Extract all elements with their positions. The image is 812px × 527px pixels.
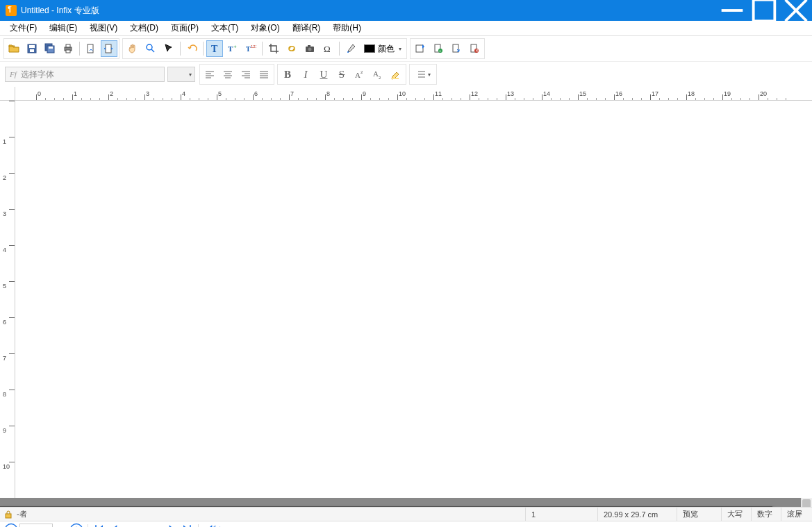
subscript-button[interactable]: A2 (370, 66, 386, 83)
svg-rect-11 (66, 44, 70, 47)
svg-text:✕: ✕ (475, 49, 479, 53)
color-button[interactable]: 颜色 (361, 40, 405, 57)
svg-text:+: + (439, 49, 442, 53)
ruler-horizontal[interactable]: 01234567891011121314151617181920 (15, 87, 812, 101)
svg-rect-13 (88, 44, 93, 53)
add-page-button[interactable]: + (430, 40, 447, 57)
line-spacing-button[interactable] (411, 66, 435, 83)
svg-text:123: 123 (251, 44, 256, 49)
navbar: 137% (0, 521, 812, 527)
svg-text:T: T (211, 44, 218, 54)
menu-text[interactable]: 文本(T) (206, 21, 244, 35)
ruler-vertical[interactable]: 12345678910 (0, 101, 15, 498)
menu-edit[interactable]: 编辑(E) (44, 21, 83, 35)
svg-rect-1 (754, 0, 775, 21)
svg-rect-55 (392, 78, 399, 79)
svg-rect-12 (66, 50, 70, 53)
font-family-picker[interactable]: Ff 选择字体 (5, 67, 165, 82)
strike-button[interactable]: S (333, 66, 350, 83)
align-left-button[interactable] (201, 66, 218, 83)
svg-point-23 (308, 48, 312, 51)
nav-back-button[interactable] (203, 523, 217, 528)
canvas-area[interactable] (0, 498, 812, 507)
bold-button[interactable]: B (279, 66, 296, 83)
font-size-picker[interactable] (167, 67, 195, 82)
status-scroll: 滚屏 (781, 508, 808, 521)
underline-button[interactable]: U (315, 66, 332, 83)
save-all-button[interactable] (42, 40, 58, 57)
print-button[interactable] (60, 40, 76, 57)
maximize-button[interactable] (748, 0, 780, 21)
superscript-button[interactable]: A2 (351, 66, 368, 83)
toolbar-row-1: T T+ T123 Ω 颜色 + ✕ (0, 36, 812, 61)
menu-view[interactable]: 视图(V) (84, 21, 123, 35)
omega-tool-button[interactable]: Ω (320, 40, 336, 57)
zoom-out-button[interactable] (4, 523, 18, 528)
italic-button[interactable]: I (297, 66, 314, 83)
menu-page[interactable]: 页面(P) (165, 21, 204, 35)
undo-button[interactable] (183, 40, 200, 57)
svg-text:2: 2 (379, 76, 381, 80)
minimize-button[interactable] (716, 0, 748, 21)
status-caps: 大写 (721, 508, 748, 521)
close-button[interactable] (780, 0, 812, 21)
delete-page-button[interactable]: ✕ (466, 40, 483, 57)
review-button[interactable] (412, 40, 429, 57)
scrollbar-thumb[interactable] (802, 499, 811, 507)
link-tool-button[interactable] (283, 40, 300, 57)
toolbar-row-2: Ff 选择字体 B I U S A2 A2 (0, 61, 812, 87)
zoom-dropdown[interactable] (54, 523, 68, 528)
menu-document[interactable]: 文档(D) (124, 21, 164, 35)
zoom-field[interactable]: 137% (19, 524, 53, 528)
arrow-tool-button[interactable] (160, 40, 177, 57)
svg-point-26 (347, 51, 349, 53)
zoom-tool-button[interactable] (142, 40, 159, 57)
menu-file[interactable]: 文件(F) (4, 21, 42, 35)
menu-translate[interactable]: 翻译(R) (287, 21, 326, 35)
save-button[interactable] (24, 40, 40, 57)
first-page-button[interactable] (92, 523, 106, 528)
ruler-corner (0, 87, 15, 101)
statusbar: -者 1 20.99 x 29.7 cm 预览 大写 数字 滚屏 (0, 507, 812, 521)
menu-help[interactable]: 帮助(H) (327, 21, 367, 35)
font-icon: Ff (10, 70, 17, 78)
text-number-button[interactable]: T123 (242, 40, 259, 57)
hand-tool-button[interactable] (124, 40, 141, 57)
align-center-button[interactable] (219, 66, 236, 83)
align-justify-button[interactable] (256, 66, 272, 83)
svg-text:A: A (373, 69, 379, 78)
text-plus-button[interactable]: T+ (224, 40, 241, 57)
status-page-no: 1 (525, 508, 595, 521)
svg-rect-59 (6, 514, 11, 518)
color-label: 颜色 (378, 43, 395, 55)
prev-page-button[interactable] (108, 523, 122, 528)
camera-tool-button[interactable] (301, 40, 318, 57)
svg-line-16 (151, 49, 154, 52)
extract-page-button[interactable] (448, 40, 465, 57)
svg-text:T: T (246, 45, 251, 53)
open-button[interactable] (6, 40, 22, 57)
svg-text:+: + (233, 44, 237, 50)
app-icon (6, 5, 17, 16)
svg-rect-5 (29, 45, 35, 48)
svg-rect-14 (106, 44, 111, 53)
text-tool-button[interactable]: T (206, 40, 223, 57)
zoom-in-button[interactable] (69, 523, 83, 528)
next-page-button[interactable] (165, 523, 179, 528)
svg-text:Ω: Ω (324, 44, 331, 54)
menu-object[interactable]: 对象(O) (245, 21, 285, 35)
fit-page-button[interactable] (101, 40, 117, 57)
crop-tool-button[interactable] (265, 40, 282, 57)
align-right-button[interactable] (238, 66, 254, 83)
nav-forward-button[interactable] (218, 523, 232, 528)
highlight-button[interactable] (388, 66, 404, 83)
svg-rect-24 (308, 45, 310, 47)
vertical-scrollbar[interactable] (801, 498, 812, 507)
document-page[interactable] (0, 506, 772, 507)
status-preview[interactable]: 预览 (677, 508, 718, 521)
status-dimensions: 20.99 x 29.7 cm (597, 508, 674, 521)
eyedropper-button[interactable] (342, 40, 359, 57)
svg-rect-6 (30, 49, 34, 52)
last-page-button[interactable] (180, 523, 194, 528)
crop-page-button[interactable] (83, 40, 99, 57)
